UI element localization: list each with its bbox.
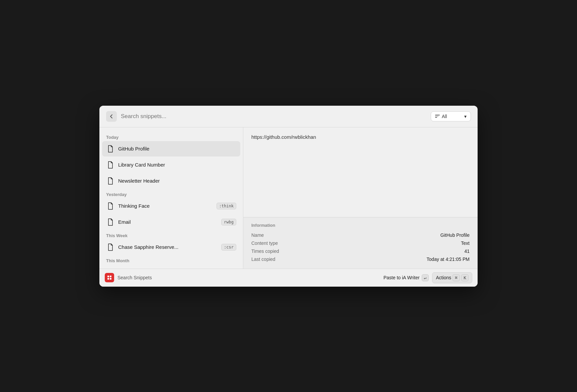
info-panel: Information NameGitHub ProfileContent ty… (243, 217, 478, 269)
document-icon (106, 202, 115, 210)
filter-dropdown[interactable]: All ▾ (431, 111, 471, 121)
chevron-down-icon: ▾ (464, 114, 467, 119)
main-content: Today GitHub Profile Library Card Number… (99, 127, 478, 269)
svg-rect-1 (110, 276, 111, 277)
footer: Search Snippets Paste to iA Writer ↵ Act… (99, 269, 478, 287)
info-key: Content type (251, 240, 278, 246)
document-icon (106, 144, 115, 153)
info-value: Today at 4:21:05 PM (427, 257, 470, 262)
info-key: Last copied (251, 257, 275, 262)
info-key: Name (251, 232, 264, 238)
actions-button[interactable]: Actions ⌘ K (432, 272, 472, 283)
document-icon (106, 243, 115, 252)
snippet-tag: rwbg (221, 219, 236, 225)
cmd-key-badge: ⌘ (452, 274, 460, 281)
paste-to-ia-writer-button[interactable]: Paste to iA Writer ↵ (384, 274, 429, 281)
info-key: Times copied (251, 249, 279, 254)
back-button[interactable] (106, 111, 117, 122)
right-panel: https://github.com/rwblickhan Informatio… (243, 127, 478, 269)
snippet-item-library-card[interactable]: Library Card Number (102, 157, 240, 173)
svg-rect-0 (107, 276, 109, 277)
header: All ▾ (99, 106, 478, 127)
section-label-yesterday: Yesterday (102, 190, 240, 198)
footer-search-label: Search Snippets (117, 275, 380, 280)
content-preview: https://github.com/rwblickhan (243, 127, 478, 217)
actions-label: Actions (436, 275, 451, 280)
search-input[interactable] (121, 113, 427, 120)
info-row: Content typeText (251, 239, 470, 247)
info-value: 41 (464, 249, 470, 254)
snippet-item-thinking-face[interactable]: Thinking Face:think (102, 198, 240, 214)
info-value: Text (461, 240, 470, 246)
snippet-tag: :think (217, 203, 236, 209)
document-icon (106, 218, 115, 226)
sidebar: Today GitHub Profile Library Card Number… (99, 127, 243, 269)
snippet-item-newsletter-header[interactable]: Newsletter Header (102, 173, 240, 189)
snippet-tag: :csr (221, 244, 236, 251)
snippet-item-chase-sapphire[interactable]: Chase Sapphire Reserve...:csr (102, 239, 240, 255)
app-window: All ▾ Today GitHub Profile Library Card … (99, 106, 478, 287)
info-title: Information (251, 223, 470, 228)
section-label-today: Today (102, 133, 240, 141)
info-rows: NameGitHub ProfileContent typeTextTimes … (251, 231, 470, 263)
section-label-this-month: This Month (102, 256, 240, 265)
app-icon (105, 273, 114, 282)
svg-rect-2 (107, 278, 109, 280)
snippet-name: GitHub Profile (118, 146, 236, 152)
preview-text: https://github.com/rwblickhan (251, 134, 316, 140)
snippet-name: Library Card Number (118, 162, 236, 168)
snippet-name: Chase Sapphire Reserve... (118, 244, 218, 250)
document-icon (106, 161, 115, 169)
snippet-item-email[interactable]: Emailrwbg (102, 214, 240, 230)
filter-lines-icon (435, 115, 440, 118)
info-value: GitHub Profile (440, 232, 470, 238)
k-key-badge: K (461, 274, 469, 281)
info-row: Last copiedToday at 4:21:05 PM (251, 255, 470, 263)
info-row: Times copied41 (251, 247, 470, 255)
enter-key-badge: ↵ (422, 274, 429, 281)
svg-rect-3 (110, 278, 111, 280)
snippet-item-github-profile[interactable]: GitHub Profile (102, 141, 240, 157)
snippet-name: Email (118, 219, 218, 225)
snippet-name: Newsletter Header (118, 178, 236, 184)
section-label-this-week: This Week (102, 231, 240, 239)
document-icon (106, 177, 115, 185)
info-row: NameGitHub Profile (251, 231, 470, 239)
paste-label: Paste to iA Writer (384, 275, 420, 280)
filter-label: All (442, 114, 447, 119)
snippet-name: Thinking Face (118, 203, 213, 209)
